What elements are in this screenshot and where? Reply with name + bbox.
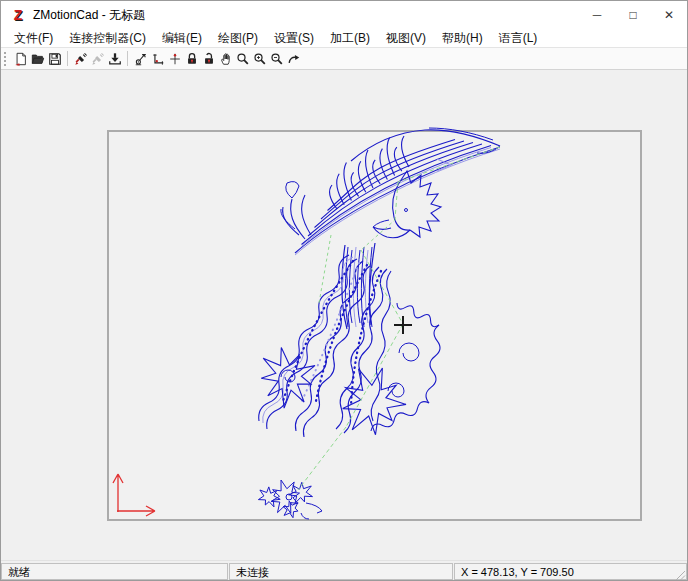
menu-file[interactable]: 文件(F) — [6, 30, 61, 47]
disconnect-controller-button[interactable] — [89, 50, 106, 68]
zoom-in-icon — [253, 52, 267, 66]
drawing-canvas[interactable] — [1, 70, 688, 560]
origin-corner-icon — [151, 52, 165, 66]
minimize-button[interactable]: ─ — [579, 1, 615, 29]
lock-icon — [185, 52, 199, 66]
download-icon — [108, 52, 122, 66]
menu-settings[interactable]: 设置(S) — [266, 30, 322, 47]
pan-hand-icon — [219, 52, 233, 66]
menu-machining[interactable]: 加工(B) — [322, 30, 378, 47]
zoom-out-icon — [270, 52, 284, 66]
maximize-button[interactable]: □ — [615, 1, 651, 29]
menu-connect-controller[interactable]: 连接控制器(C) — [61, 30, 154, 47]
disconnect-controller-icon — [91, 52, 105, 66]
workspace-boundary — [108, 131, 641, 520]
new-file-icon — [14, 52, 28, 66]
status-bar: 就绪 未连接 X = 478.13, Y = 709.50 — [1, 560, 687, 581]
status-connection: 未连接 — [229, 563, 453, 580]
toolbar-separator — [127, 51, 128, 66]
unlock-icon — [202, 52, 216, 66]
redo-button[interactable] — [285, 50, 302, 68]
window-controls: ─ □ ✕ — [579, 1, 687, 29]
connect-controller-button[interactable] — [72, 50, 89, 68]
menu-help[interactable]: 帮助(H) — [434, 30, 491, 47]
menu-language[interactable]: 语言(L) — [491, 30, 546, 47]
save-file-button[interactable] — [46, 50, 63, 68]
toolbar-grip[interactable] — [4, 52, 8, 66]
open-file-icon — [31, 52, 45, 66]
status-ready: 就绪 — [1, 563, 228, 580]
status-coordinates: X = 478.13, Y = 709.50 — [454, 563, 687, 580]
redo-icon — [287, 52, 301, 66]
close-button[interactable]: ✕ — [651, 1, 687, 29]
drawing-area[interactable] — [1, 70, 687, 560]
title-bar: Z ZMotionCad - 无标题 ─ □ ✕ — [1, 1, 687, 29]
zoom-button[interactable] — [234, 50, 251, 68]
lock-button[interactable] — [183, 50, 200, 68]
menu-bar: 文件(F) 连接控制器(C) 编辑(E) 绘图(P) 设置(S) 加工(B) 视… — [1, 29, 687, 47]
unlock-button[interactable] — [200, 50, 217, 68]
new-file-button[interactable] — [12, 50, 29, 68]
zoom-icon — [236, 52, 250, 66]
menu-edit[interactable]: 编辑(E) — [154, 30, 210, 47]
machining-tool-icon — [134, 52, 148, 66]
toolbar-separator — [67, 51, 68, 66]
tool-bar — [1, 47, 687, 70]
save-file-icon — [48, 52, 62, 66]
pan-hand-button[interactable] — [217, 50, 234, 68]
app-logo-icon: Z — [10, 7, 26, 23]
center-point-icon — [168, 52, 182, 66]
resize-grip[interactable] — [672, 568, 686, 581]
menu-view[interactable]: 视图(V) — [378, 30, 434, 47]
origin-corner-button[interactable] — [149, 50, 166, 68]
machining-tool-button[interactable] — [132, 50, 149, 68]
zoom-out-button[interactable] — [268, 50, 285, 68]
download-to-controller-button[interactable] — [106, 50, 123, 68]
connect-controller-icon — [74, 52, 88, 66]
menu-draw[interactable]: 绘图(P) — [210, 30, 266, 47]
open-file-button[interactable] — [29, 50, 46, 68]
window-title: ZMotionCad - 无标题 — [33, 7, 145, 24]
zoom-in-button[interactable] — [251, 50, 268, 68]
center-point-button[interactable] — [166, 50, 183, 68]
app-window: { "window": { "logo": "Z", "title": "ZMo… — [0, 0, 688, 581]
